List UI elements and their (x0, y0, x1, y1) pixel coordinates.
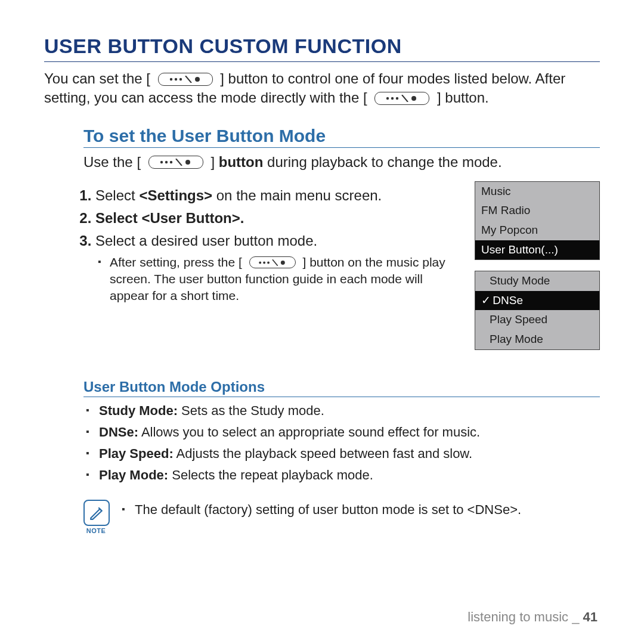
svg-point-9 (411, 96, 416, 101)
menu-label: DNSe (493, 294, 523, 306)
substep-pre: After setting, press the [ (110, 255, 242, 269)
step-3: Select a desired user button mode. After… (95, 233, 462, 305)
option-name: Play Mode: (99, 467, 168, 482)
step-pre: Select (95, 187, 139, 203)
use-bold: button (219, 154, 264, 170)
svg-line-3 (185, 76, 191, 83)
note-text: The default (factory) setting of user bu… (122, 502, 521, 518)
user-button-menu-screenshot: Study Mode ✓ DNSe Play Speed Play Mode (475, 271, 600, 349)
step-post: . (240, 210, 244, 226)
step-1: Select <Settings> on the main menu scree… (95, 187, 462, 204)
svg-point-5 (386, 97, 389, 100)
page-footer: listening to music _ 41 (467, 609, 597, 625)
option-item: Study Mode: Sets as the Study mode. (99, 403, 600, 419)
option-name: DNSe: (99, 425, 138, 439)
svg-point-11 (165, 161, 168, 163)
svg-point-17 (267, 261, 270, 264)
menu-item: Play Speed (475, 310, 599, 330)
svg-point-0 (169, 78, 172, 80)
check-icon: ✓ (481, 293, 490, 309)
option-desc: Adjusts the playback speed between fast … (174, 446, 472, 461)
svg-point-19 (280, 261, 284, 265)
use-pre: Use the [ (83, 154, 141, 170)
menu-item: Music (475, 182, 599, 202)
menu-label: Study Mode (490, 274, 550, 287)
svg-point-14 (185, 160, 190, 165)
intro-paragraph: You can set the [ ] button to control on… (44, 69, 600, 108)
step-post: on the main menu screen. (212, 187, 382, 203)
option-desc: Selects the repeat playback mode. (168, 467, 373, 482)
option-item: DNSe: Allows you to select an appropriat… (99, 425, 600, 440)
svg-point-2 (179, 78, 181, 80)
option-name: Play Speed: (99, 446, 174, 461)
step-bold: <User Button> (141, 210, 240, 226)
use-mid: ] (210, 154, 218, 170)
step-pre: Select (95, 210, 141, 226)
svg-line-8 (402, 95, 408, 102)
user-button-icon (148, 156, 203, 169)
steps-list: Select <Settings> on the main menu scree… (95, 187, 462, 305)
svg-point-10 (160, 161, 163, 163)
step-2: Select <User Button>. (95, 210, 462, 227)
menu-item-selected: ✓ DNSe (475, 291, 599, 311)
use-instruction: Use the [ ] button during playback to ch… (83, 154, 600, 171)
substep: After setting, press the [ (110, 254, 462, 305)
option-name: Study Mode: (99, 403, 178, 418)
options-list: Study Mode: Sets as the Study mode. DNSe… (83, 403, 600, 483)
menu-item: FM Radio (475, 201, 599, 221)
user-button-icon (158, 73, 213, 86)
menu-label: Play Mode (490, 333, 543, 345)
option-desc: Sets as the Study mode. (178, 403, 324, 418)
menu-item: Play Mode (475, 330, 599, 349)
step-text: Select a desired user button mode. (95, 233, 317, 249)
menu-item: My Popcon (475, 221, 599, 240)
menu-item: Study Mode (475, 271, 599, 291)
footer-section: listening to music _ (467, 609, 579, 624)
menu-item-selected: User Button(...) (475, 240, 599, 260)
svg-line-13 (176, 159, 182, 166)
svg-point-1 (174, 78, 177, 80)
note-icon: NOTE (83, 500, 109, 534)
option-desc: Allows you to select an appropriate soun… (138, 425, 480, 439)
page-number: 41 (583, 609, 597, 624)
intro-text-3: ] button. (437, 89, 489, 106)
svg-point-15 (259, 261, 261, 264)
settings-menu-screenshot: Music FM Radio My Popcon User Button(...… (475, 181, 600, 260)
options-heading: User Button Mode Options (83, 379, 600, 397)
user-button-icon (249, 256, 296, 268)
svg-line-18 (273, 259, 278, 265)
menu-label: Play Speed (490, 313, 547, 326)
section-heading: To set the User Button Mode (83, 126, 600, 148)
page-title: USER BUTTON CUSTOM FUNCTION (44, 35, 600, 62)
svg-point-7 (396, 97, 398, 100)
user-button-icon (374, 92, 429, 105)
note-label: NOTE (83, 527, 109, 534)
option-item: Play Speed: Adjusts the playback speed b… (99, 446, 600, 462)
svg-point-6 (391, 97, 394, 100)
intro-text-1: You can set the [ (44, 70, 150, 86)
svg-point-4 (195, 77, 200, 82)
step-bold: <Settings> (139, 187, 212, 203)
use-post: during playback to change the mode. (263, 154, 501, 170)
svg-point-16 (263, 261, 265, 264)
option-item: Play Mode: Selects the repeat playback m… (99, 467, 600, 483)
svg-point-12 (170, 161, 172, 163)
